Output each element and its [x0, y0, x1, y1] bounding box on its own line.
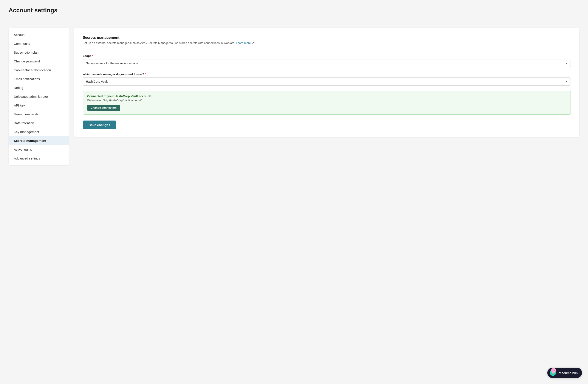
- manager-select-wrapper: HashiCorp Vault ▼: [83, 78, 571, 86]
- sidebar-item-key-management[interactable]: Key management: [9, 128, 69, 136]
- scope-select-wrapper: Set up secrets for the entire workspace …: [83, 59, 571, 67]
- connected-box: Connected to your HashiCorp Vault accoun…: [83, 91, 571, 114]
- sidebar-item-data-retention[interactable]: Data retention: [9, 119, 69, 128]
- connected-desc: We're using "My HashiCorp Vault account": [87, 99, 566, 102]
- sidebar: AccountCommunitySubscription planChange …: [9, 28, 69, 165]
- learn-more-link[interactable]: Learn more: [236, 41, 251, 44]
- sidebar-item-subscription-plan[interactable]: Subscription plan: [9, 48, 69, 57]
- scope-select[interactable]: Set up secrets for the entire workspace: [83, 59, 571, 67]
- manager-label: Which secrets manager do you want to use…: [83, 73, 571, 76]
- page-title: Account settings: [9, 7, 579, 14]
- section-desc: Set up an external secrets manager such …: [83, 41, 571, 44]
- manager-field-group: Which secrets manager do you want to use…: [83, 73, 571, 86]
- resource-hub-icon-wrap: 32 💡: [550, 370, 556, 376]
- connected-title: Connected to your HashiCorp Vault accoun…: [87, 94, 566, 98]
- resource-hub-label: Resource hub: [558, 371, 578, 375]
- sidebar-item-email-notifications[interactable]: Email notifications: [9, 74, 69, 83]
- main-layout: AccountCommunitySubscription planChange …: [9, 28, 579, 165]
- resource-hub-button[interactable]: 32 💡 Resource hub: [547, 368, 582, 378]
- sidebar-item-secrets-management[interactable]: Secrets management: [9, 136, 69, 145]
- sidebar-item-community[interactable]: Community: [9, 39, 69, 48]
- sidebar-item-api-key[interactable]: API key: [9, 101, 69, 110]
- sidebar-item-two-factor-auth[interactable]: Two-Factor authentication: [9, 66, 69, 74]
- manager-select[interactable]: HashiCorp Vault: [83, 78, 571, 86]
- main-panel: Secrets management Set up an external se…: [74, 28, 579, 137]
- sidebar-item-active-logins[interactable]: Active logins: [9, 145, 69, 154]
- section-divider: [83, 49, 571, 49]
- scope-field-group: Scope* Set up secrets for the entire wor…: [83, 54, 571, 67]
- resource-hub-badge: 32: [551, 368, 556, 373]
- sidebar-item-team-membership[interactable]: Team membership: [9, 110, 69, 119]
- sidebar-item-advanced-settings[interactable]: Advanced settings: [9, 154, 69, 163]
- manager-required: *: [145, 73, 146, 76]
- sidebar-item-debug[interactable]: Debug: [9, 83, 69, 92]
- sidebar-item-change-password[interactable]: Change password: [9, 57, 69, 66]
- scope-required: *: [92, 54, 93, 58]
- sidebar-item-delegated-admin[interactable]: Delegated administrator: [9, 92, 69, 101]
- sidebar-item-account[interactable]: Account: [9, 30, 69, 39]
- change-connection-button[interactable]: Change connection: [87, 105, 120, 111]
- scope-label: Scope*: [83, 54, 571, 58]
- section-title: Secrets management: [83, 36, 571, 40]
- save-changes-button[interactable]: Save changes: [83, 121, 116, 129]
